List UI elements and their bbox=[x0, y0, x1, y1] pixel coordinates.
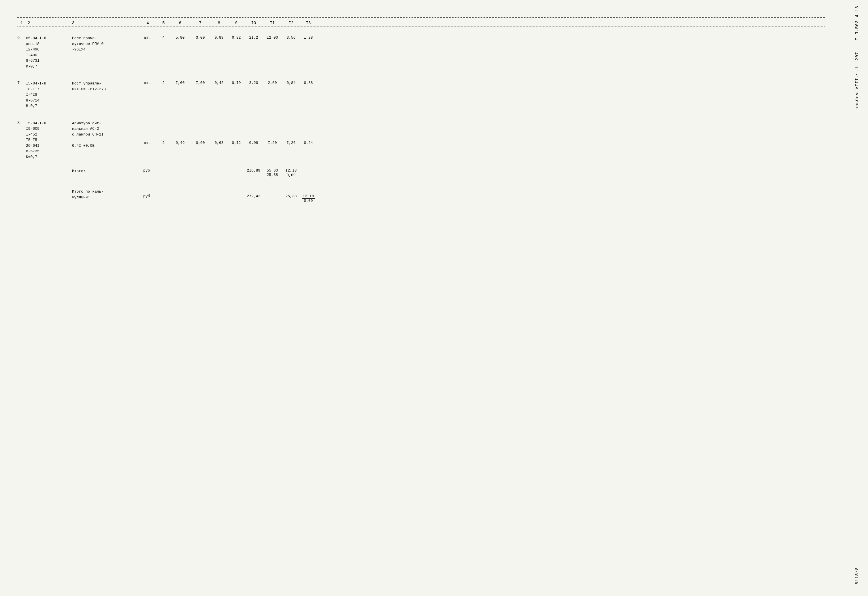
doc-ref-mid: альбом VIII.ч.1 -207- bbox=[855, 49, 860, 109]
col-header-8: 8 bbox=[210, 21, 228, 25]
val-7-6: I,00 bbox=[190, 81, 210, 85]
col-header-7: 7 bbox=[190, 21, 210, 25]
row-vals-7: 2 I,60 I,00 0,42 0,I9 3,20 2,00 0,84 0,3… bbox=[157, 81, 825, 85]
val-6-10: I2,00 bbox=[262, 35, 282, 40]
top-dashed-line bbox=[17, 17, 825, 18]
table-row: 8. I5-04-I-ПI9-009I-452I5-I526-04I8-6735… bbox=[17, 121, 825, 160]
col-header-9: 9 bbox=[228, 21, 245, 25]
row-number-7: 7. bbox=[17, 81, 26, 85]
val-8-10: I,20 bbox=[262, 141, 282, 145]
val-6-7: 0,89 bbox=[210, 35, 228, 40]
table-row: 6. 65-04-I-Пдоп.18I2-496I-4008-6731К-0,7… bbox=[17, 35, 825, 69]
val-8-12: 0,24 bbox=[300, 141, 317, 145]
row-codes-6: 65-04-I-Пдоп.18I2-496I-4008-6731К-0,7 bbox=[26, 35, 72, 69]
item-7-section: 7. I5-04-I-ПI8-II7I-4I88-6714Н-0,7 Пост … bbox=[17, 81, 825, 109]
row-desc-7: Пост управле-ния ПКЕ-6I2-2У3 bbox=[72, 81, 138, 92]
val-7-11: 0,84 bbox=[282, 81, 300, 85]
val-6-5: 5,80 bbox=[170, 35, 190, 40]
val-7-7: 0,42 bbox=[210, 81, 228, 85]
val-qty-7: 2 bbox=[157, 81, 170, 85]
itogo-kalkulyacii-vals: 272,43 25,38 I2,I8 0,09 bbox=[157, 189, 825, 203]
itogo-kalkulyacii-row: Итого по каль-куляции: руб. 272,43 25,38… bbox=[17, 189, 825, 203]
row-unit-7: шт. bbox=[138, 81, 157, 85]
val-8-8: 0,I2 bbox=[228, 141, 245, 145]
row-codes-8: I5-04-I-ПI9-009I-452I5-I526-04I8-6735К=0… bbox=[26, 121, 72, 160]
val-6-9: 2I,2 bbox=[245, 35, 262, 40]
val-6-6: 3,00 bbox=[190, 35, 210, 40]
col-header-4: 4 bbox=[138, 21, 157, 25]
val-8-7: 0,63 bbox=[210, 141, 228, 145]
page: Т.П.503-4-13 альбом VIII.ч.1 -207- 8118/… bbox=[0, 0, 868, 596]
row-desc-6: Реле проме-жуточное РПУ-0--96IУ4 bbox=[72, 35, 138, 52]
val-8-5: 0,49 bbox=[170, 141, 190, 145]
val-qty-8: 2 bbox=[157, 141, 170, 145]
item-6-section: 6. 65-04-I-Пдоп.18I2-496I-4008-6731К-0,7… bbox=[17, 35, 825, 69]
row-number-6: 6. bbox=[17, 35, 26, 40]
col-header-10: IO bbox=[245, 21, 262, 25]
col-header-6: 6 bbox=[170, 21, 190, 25]
column-headers: 1 2 3 4 5 6 7 8 9 IO II I2 I3 bbox=[17, 19, 825, 27]
table-row: 7. I5-04-I-ПI8-II7I-4I88-6714Н-0,7 Пост … bbox=[17, 81, 825, 109]
itogo-v10: 55,60 25,38 bbox=[262, 169, 282, 177]
itogo-v11: I2,I8 0,09 bbox=[282, 169, 300, 177]
itogo-label: Итого: bbox=[72, 169, 138, 174]
itogo-unit: руб. bbox=[138, 169, 157, 173]
row-number-8: 8. bbox=[17, 121, 26, 125]
val-7-10: 2,00 bbox=[262, 81, 282, 85]
right-labels: Т.П.503-4-13 альбом VIII.ч.1 -207- 8118/… bbox=[849, 0, 865, 596]
itogo-vals: 2I6,89 55,60 25,38 I2,I8 0,09 bbox=[157, 169, 825, 177]
val-8-9: 0,98 bbox=[245, 141, 262, 145]
itogo-kalk-v11: 25,38 bbox=[282, 194, 300, 203]
col-header-1: 1 bbox=[17, 21, 26, 25]
val-8-6: 0,60 bbox=[190, 141, 210, 145]
row-codes-7: I5-04-I-ПI8-II7I-4I88-6714Н-0,7 bbox=[26, 81, 72, 109]
itogo-kalk-v10 bbox=[262, 194, 282, 203]
col-header-11: II bbox=[262, 21, 282, 25]
val-8-11: I,26 bbox=[282, 141, 300, 145]
col-header-3: 3 bbox=[72, 21, 138, 25]
row-unit-8: шт. bbox=[138, 121, 157, 145]
itogo-kalkulyacii-unit: руб. bbox=[138, 189, 157, 198]
col-header-2: 2 bbox=[26, 21, 72, 25]
itogo-kalk-v9: 272,43 bbox=[245, 194, 262, 203]
val-6-11: 3,56 bbox=[282, 35, 300, 40]
row-unit-6: шт. bbox=[138, 35, 157, 40]
doc-ref-bot: 8118/8 bbox=[855, 567, 860, 584]
row-desc-8: Арматура сиг-нальная АС-2с лампой СП-2I0… bbox=[72, 121, 138, 149]
val-7-9: 3,20 bbox=[245, 81, 262, 85]
row-vals-6: 4 5,80 3,00 0,89 0,32 2I,2 I2,00 3,56 I,… bbox=[157, 35, 825, 40]
doc-ref-top: Т.П.503-4-13 bbox=[855, 6, 860, 40]
itogo-row: Итого: руб. 2I6,89 55,60 25,38 I2,I8 0,0… bbox=[17, 169, 825, 177]
val-6-12: I,28 bbox=[300, 35, 317, 40]
itogo-kalk-v12: I2,I8 0,09 bbox=[300, 194, 317, 203]
row-vals-8: 2 0,49 0,60 0,63 0,I2 0,98 I,20 I,26 0,2… bbox=[157, 121, 825, 145]
col-header-5: 5 bbox=[157, 21, 170, 25]
itogo-kalkulyacii-label: Итого по каль-куляции: bbox=[72, 189, 138, 200]
col-header-12: I2 bbox=[282, 21, 300, 25]
itogo-v9: 2I6,89 bbox=[245, 169, 262, 177]
val-qty-6: 4 bbox=[157, 35, 170, 40]
item-8-section: 8. I5-04-I-ПI9-009I-452I5-I526-04I8-6735… bbox=[17, 121, 825, 203]
val-7-12: 0,38 bbox=[300, 81, 317, 85]
val-6-8: 0,32 bbox=[228, 35, 245, 40]
val-7-8: 0,I9 bbox=[228, 81, 245, 85]
col-header-13: I3 bbox=[300, 21, 317, 25]
val-7-5: I,60 bbox=[170, 81, 190, 85]
